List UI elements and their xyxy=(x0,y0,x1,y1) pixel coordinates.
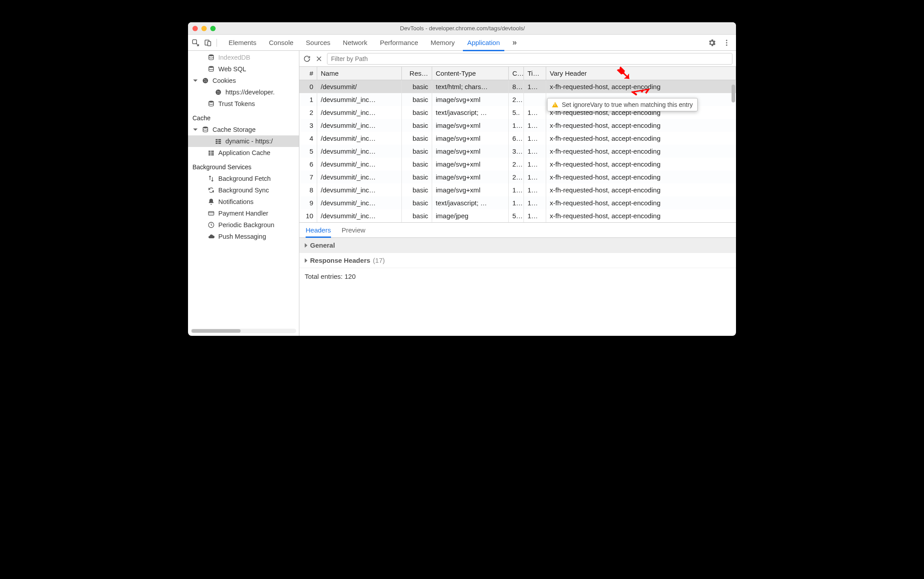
cookie-icon xyxy=(215,89,222,96)
sidebar-item-push-messaging[interactable]: Push Messaging xyxy=(188,231,299,242)
sidebar-item-label: Push Messaging xyxy=(218,233,266,240)
sidebar-item-cache-storage[interactable]: Cache Storage xyxy=(188,124,299,135)
db-icon xyxy=(208,100,215,107)
sidebar-item-payment-handler[interactable]: Payment Handler xyxy=(188,208,299,219)
table-header: # Name Res… Content-Type C.. Ti… Vary He… xyxy=(299,67,736,80)
sidebar-item-trust-tokens[interactable]: Trust Tokens xyxy=(188,98,299,110)
application-sidebar: IndexedDBWeb SQLCookieshttps://developer… xyxy=(188,51,299,336)
svg-point-13 xyxy=(216,90,221,95)
traffic-lights xyxy=(192,26,216,31)
settings-icon[interactable] xyxy=(707,38,716,47)
cell-vary-header: x-fh-requested-host, accept-encoding xyxy=(546,196,736,209)
cell-index: 2 xyxy=(299,106,317,119)
tab-sources[interactable]: Sources xyxy=(300,35,337,51)
sidebar-item-notifications[interactable]: Notifications xyxy=(188,196,299,208)
svg-rect-22 xyxy=(216,141,218,142)
sidebar-item-label: Notifications xyxy=(218,198,253,205)
svg-rect-2 xyxy=(208,41,211,46)
svg-point-18 xyxy=(209,101,214,102)
updown-icon xyxy=(208,175,215,182)
sidebar-item-background-sync[interactable]: Background Sync xyxy=(188,184,299,196)
tab-performance[interactable]: Performance xyxy=(374,35,425,51)
tab-network[interactable]: Network xyxy=(337,35,374,51)
db-icon xyxy=(208,65,215,73)
sidebar-item-web-sql[interactable]: Web SQL xyxy=(188,63,299,75)
grid-icon xyxy=(215,138,222,145)
cell-time: 1… xyxy=(524,196,546,209)
inspect-icon[interactable] xyxy=(192,39,200,47)
col-name[interactable]: Name xyxy=(317,67,402,80)
detail-tab-preview[interactable]: Preview xyxy=(342,223,365,237)
table-row[interactable]: 8/devsummit/_inc…basicimage/svg+xml1…1…x… xyxy=(299,183,736,196)
table-row[interactable]: 9/devsummit/_inc…basictext/javascript; …… xyxy=(299,196,736,209)
table-row[interactable]: 0/devsummit/basictext/html; chars…8…1…x-… xyxy=(299,80,736,93)
panel-tabbar: ElementsConsoleSourcesNetworkPerformance… xyxy=(188,35,736,51)
col-content-length[interactable]: C.. xyxy=(509,67,524,80)
col-time[interactable]: Ti… xyxy=(524,67,546,80)
col-vary-header[interactable]: Vary Header xyxy=(546,67,736,80)
table-row[interactable]: 3/devsummit/_inc…basicimage/svg+xml1…1…x… xyxy=(299,119,736,132)
tab-overflow[interactable]: » xyxy=(506,35,523,51)
svg-rect-21 xyxy=(218,139,221,140)
cell-content-length: 2… xyxy=(509,171,524,183)
sidebar-item-label: https://developer. xyxy=(225,89,274,96)
cell-response: basic xyxy=(402,132,432,145)
svg-point-11 xyxy=(204,81,205,82)
table-row[interactable]: 4/devsummit/_inc…basicimage/svg+xml6…1…x… xyxy=(299,132,736,145)
sidebar-item-cookies[interactable]: Cookies xyxy=(188,75,299,86)
cell-content-length: 3… xyxy=(509,145,524,158)
cell-name: /devsummit/_inc… xyxy=(317,209,402,222)
table-row[interactable]: 5/devsummit/_inc…basicimage/svg+xml3…1…x… xyxy=(299,145,736,158)
tab-memory[interactable]: Memory xyxy=(425,35,461,51)
sidebar-item-https-developer[interactable]: https://developer. xyxy=(188,86,299,98)
kebab-menu-icon[interactable] xyxy=(723,39,731,47)
close-window-button[interactable] xyxy=(192,26,198,31)
detail-tab-headers[interactable]: Headers xyxy=(306,223,331,237)
svg-point-16 xyxy=(217,93,218,94)
cell-response: basic xyxy=(402,119,432,132)
tab-console[interactable]: Console xyxy=(263,35,300,51)
col-index[interactable]: # xyxy=(299,67,317,80)
sidebar-item-dynamic-https[interactable]: dynamic - https:/ xyxy=(188,135,299,147)
grid-icon xyxy=(208,149,215,156)
maximize-window-button[interactable] xyxy=(210,26,216,31)
section-response-count: (17) xyxy=(373,257,385,264)
col-response[interactable]: Res… xyxy=(402,67,432,80)
col-content-type[interactable]: Content-Type xyxy=(432,67,509,80)
cell-content-length: 2… xyxy=(509,158,524,171)
device-toggle-icon[interactable] xyxy=(204,39,212,47)
window-title: DevTools - developer.chrome.com/tags/dev… xyxy=(216,25,736,32)
cell-name: /devsummit/_inc… xyxy=(317,158,402,171)
cell-response: basic xyxy=(402,183,432,196)
cell-index: 7 xyxy=(299,171,317,183)
vary-warning-tooltip: Set ignoreVary to true when matching thi… xyxy=(547,98,698,111)
sidebar-item-background-fetch[interactable]: Background Fetch xyxy=(188,173,299,184)
section-general[interactable]: General xyxy=(299,238,736,253)
sidebar-item-label: Background Sync xyxy=(218,187,269,194)
minimize-window-button[interactable] xyxy=(201,26,207,31)
table-row[interactable]: 6/devsummit/_inc…basicimage/svg+xml2…1…x… xyxy=(299,158,736,171)
filter-input[interactable] xyxy=(327,53,732,65)
svg-rect-26 xyxy=(209,151,211,152)
sidebar-item-application-cache[interactable]: Application Cache xyxy=(188,147,299,159)
cookie-icon xyxy=(202,77,209,84)
sidebar-item-indexeddb[interactable]: IndexedDB xyxy=(188,52,299,63)
cell-time: 1… xyxy=(524,80,546,93)
cache-toolbar xyxy=(299,51,736,67)
section-response-headers[interactable]: Response Headers (17) xyxy=(299,253,736,268)
tab-elements[interactable]: Elements xyxy=(222,35,263,51)
sidebar-item-periodic-backgroun[interactable]: Periodic Backgroun xyxy=(188,219,299,231)
cell-response: basic xyxy=(402,196,432,209)
table-row[interactable]: 10/devsummit/_inc…basicimage/jpeg5…1…x-f… xyxy=(299,209,736,222)
cell-vary-header: x-fh-requested-host, accept-encoding xyxy=(546,132,736,145)
clear-icon[interactable] xyxy=(315,55,323,62)
cell-vary-header: x-fh-requested-host, accept-encoding xyxy=(546,119,736,132)
refresh-icon[interactable] xyxy=(303,55,311,63)
sidebar-hscroll[interactable] xyxy=(191,329,296,333)
cell-time: 1… xyxy=(524,171,546,183)
tab-application[interactable]: Application xyxy=(461,35,506,51)
disclosure-triangle-icon xyxy=(193,80,198,82)
table-vscroll[interactable] xyxy=(732,85,735,218)
card-icon xyxy=(208,210,215,217)
table-row[interactable]: 7/devsummit/_inc…basicimage/svg+xml2…1…x… xyxy=(299,171,736,183)
